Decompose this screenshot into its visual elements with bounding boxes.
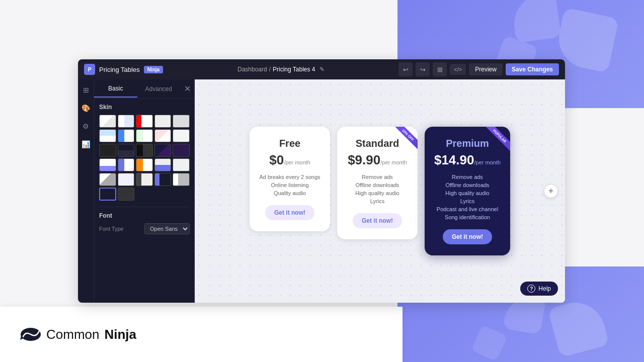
pricing-card-free: Free $0/per month Ad breaks every 2 song… [250, 127, 330, 231]
font-select[interactable]: Open Sans [144, 223, 190, 234]
tab-basic[interactable]: Basic [94, 80, 137, 98]
help-button[interactable]: ? Help [520, 282, 558, 296]
breadcrumb-home: Dashboard [237, 66, 267, 73]
premium-period: /per month [474, 159, 501, 165]
standard-feature-4: Lyrics [346, 197, 409, 205]
preview-area: Free $0/per month Ad breaks every 2 song… [195, 79, 565, 303]
skin-item-5[interactable] [173, 115, 190, 128]
ninja-badge: Ninja [144, 66, 163, 73]
standard-feature-2: Offline downloads [346, 181, 409, 189]
skin-item-1[interactable] [99, 115, 116, 128]
skin-item-14[interactable] [154, 144, 172, 157]
pricing-card-standard: 10% OFF Standard $9.90/per month Remove … [337, 127, 418, 239]
pricing-cards-container: Free $0/per month Ad breaks every 2 song… [250, 127, 510, 255]
skin-item-18[interactable] [136, 158, 153, 171]
skin-item-2[interactable] [118, 115, 135, 128]
standard-features: Remove ads Offline downloads High qualit… [346, 173, 409, 205]
skin-item-17[interactable] [118, 158, 135, 171]
skin-item-21[interactable] [99, 173, 116, 186]
free-feature-3: Quality audio [259, 189, 321, 197]
premium-feature-6: Song identification [434, 213, 501, 221]
undo-button[interactable]: ↩ [398, 62, 413, 76]
breadcrumb-sep: / [269, 66, 271, 73]
skin-item-6[interactable] [99, 129, 116, 142]
free-features: Ad breaks every 2 songs Online listening… [259, 173, 321, 197]
skin-item-15[interactable] [173, 144, 190, 157]
skin-item-12[interactable] [118, 144, 135, 157]
redo-button[interactable]: ↪ [416, 62, 430, 76]
premium-feature-3: High quality audio [434, 189, 501, 197]
skin-section-label: Skin [99, 104, 190, 111]
icon-settings[interactable]: ⚙ [80, 121, 92, 132]
logo-text-bold: Ninja [104, 327, 136, 342]
premium-feature-1: Remove ads [434, 173, 501, 181]
skin-item-13[interactable] [136, 144, 153, 157]
premium-feature-5: Podcast and live channel [434, 205, 501, 213]
add-card-button[interactable]: + [544, 184, 558, 198]
code-button[interactable]: </> [450, 64, 466, 75]
premium-feature-4: Lyrics [434, 197, 501, 205]
skin-item-3[interactable] [136, 115, 153, 128]
app-icon: P [84, 64, 95, 75]
standard-cta-button[interactable]: Get it now! [353, 213, 402, 228]
premium-cta-button[interactable]: Get it now! [443, 229, 492, 244]
skin-item-selected[interactable] [99, 188, 116, 201]
free-cta-button[interactable]: Get it now! [265, 205, 314, 220]
premium-features: Remove ads Offline downloads High qualit… [434, 173, 501, 221]
premium-card-name: Premium [434, 138, 501, 149]
standard-feature-3: High quality audio [346, 189, 409, 197]
skin-item-9[interactable] [154, 129, 172, 142]
skin-item-22[interactable] [118, 173, 135, 186]
help-label: Help [538, 285, 551, 292]
logo: CommonNinja [20, 327, 136, 342]
help-icon: ? [527, 285, 535, 293]
edit-icon[interactable]: ✎ [319, 66, 325, 73]
standard-feature-1: Remove ads [346, 173, 409, 181]
breadcrumb-current: Pricing Tables 4 [273, 66, 315, 73]
font-type-row: Font Type Open Sans [99, 223, 190, 234]
free-feature-1: Ad breaks every 2 songs [259, 173, 321, 181]
breadcrumb: Dashboard / Pricing Tables 4 ✎ [237, 66, 325, 73]
skin-item-7[interactable] [118, 129, 135, 142]
title-bar-actions: ↩ ↪ ⊞ </> Preview Save Changes [398, 62, 559, 76]
skin-item-10[interactable] [173, 129, 190, 142]
puzzle-piece-6 [471, 325, 508, 361]
layout-button[interactable]: ⊞ [433, 62, 447, 76]
skin-item-16[interactable] [99, 158, 116, 171]
icon-palette[interactable]: 🎨 [80, 103, 92, 114]
settings-tabs-row: Basic Advanced ✕ [94, 79, 195, 99]
skin-item-20[interactable] [173, 158, 190, 171]
app-title: Pricing Tables [99, 66, 140, 73]
premium-feature-2: Offline downloads [434, 181, 501, 189]
icon-chart[interactable]: 📊 [80, 139, 92, 150]
left-icon-bar: ⊞ 🎨 ⚙ 📊 [78, 79, 94, 303]
free-card-name: Free [259, 138, 321, 149]
title-bar-left: P Pricing Tables Ninja [84, 64, 163, 75]
title-bar: P Pricing Tables Ninja Dashboard / Prici… [78, 59, 565, 79]
skin-item-25[interactable] [173, 173, 190, 186]
standard-card-name: Standard [346, 138, 409, 149]
skin-item-24[interactable] [154, 173, 172, 186]
skin-item-4[interactable] [154, 115, 172, 128]
icon-grid[interactable]: ⊞ [80, 84, 92, 96]
preview-button[interactable]: Preview [469, 63, 503, 75]
logo-icon [20, 327, 41, 342]
skin-item-11[interactable] [99, 144, 116, 157]
free-card-price: $0/per month [259, 152, 321, 168]
standard-card-price: $9.90/per month [346, 152, 409, 168]
free-period: /per month [284, 159, 310, 165]
skin-item-23[interactable] [136, 173, 153, 186]
close-panel-button[interactable]: ✕ [180, 79, 195, 98]
puzzle-piece-4 [548, 296, 609, 357]
editor-window: P Pricing Tables Ninja Dashboard / Prici… [78, 59, 565, 303]
puzzle-piece-2 [510, 0, 561, 43]
tab-advanced[interactable]: Advanced [137, 81, 181, 97]
skin-item-19[interactable] [154, 158, 172, 171]
skin-item-8[interactable] [136, 129, 153, 142]
free-feature-2: Online listening [259, 181, 321, 189]
font-section-label: Font [99, 212, 190, 219]
skin-item-27[interactable] [118, 188, 135, 201]
font-section: Font Font Type Open Sans [99, 207, 190, 234]
skin-grid [99, 115, 190, 201]
save-button[interactable]: Save Changes [506, 63, 559, 75]
